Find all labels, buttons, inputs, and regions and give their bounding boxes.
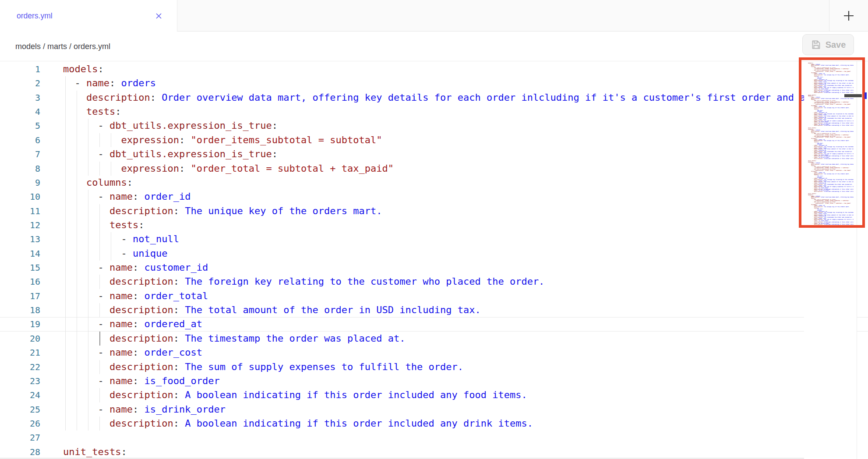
code-text: - name: ordered_at — [63, 317, 202, 331]
code-line[interactable]: 1models: — [0, 62, 868, 76]
code-line[interactable]: 16 description: The foreign key relating… — [0, 275, 868, 289]
code-text: expression: "order_items_subtotal = subt… — [63, 133, 382, 147]
code-text: - name: orders — [63, 76, 156, 90]
code-line[interactable]: 11 description: The unique key of the or… — [0, 204, 868, 218]
plus-icon — [843, 10, 854, 21]
code-text: - name: order_cost — [63, 346, 202, 360]
code-text: - name: is_food_order — [63, 374, 220, 388]
code-text: description: A boolean indicating if thi… — [63, 388, 527, 402]
line-number[interactable]: 22 — [0, 360, 40, 374]
code-text: tests: — [63, 105, 121, 119]
code-line[interactable]: 28unit_tests: — [0, 445, 868, 459]
minimap-line: unit_tests: — [808, 226, 854, 228]
code-text: - dbt_utils.expression_is_true: — [63, 119, 278, 133]
code-line[interactable]: 14 - unique — [0, 247, 868, 261]
code-text: unit_tests: — [63, 445, 127, 459]
code-line[interactable]: 2 - name: orders — [0, 76, 868, 90]
line-number[interactable]: 15 — [0, 261, 40, 275]
code-text: - dbt_utils.expression_is_true: — [63, 147, 278, 161]
code-text: expression: "order_total = subtotal + ta… — [63, 162, 394, 176]
tab-bar: orders.yml — [0, 0, 868, 32]
code-line[interactable]: 20 description: The timestamp the order … — [0, 332, 868, 346]
code-editor[interactable]: 1models:2 - name: orders3 description: O… — [0, 61, 868, 459]
line-number[interactable]: 25 — [0, 403, 40, 417]
close-icon[interactable] — [155, 12, 163, 20]
annotation-blue-tick — [864, 92, 867, 99]
code-text: - unique — [63, 247, 167, 261]
line-number[interactable]: 14 — [0, 247, 40, 261]
code-line[interactable]: 25 - name: is_drink_order — [0, 403, 868, 417]
code-text: description: Order overview data mart, o… — [63, 91, 817, 105]
line-number[interactable]: 28 — [0, 445, 40, 459]
code-line[interactable]: 21 - name: order_cost — [0, 346, 868, 360]
code-text: - not_null — [63, 232, 179, 246]
minimap-line: description: A boolean indicating if thi… — [808, 158, 854, 159]
minimap[interactable]: models: - name: orders description: Orde… — [804, 61, 857, 459]
code-text: - name: order_total — [63, 289, 208, 303]
line-number[interactable]: 1 — [0, 62, 40, 76]
code-line[interactable]: 3 description: Order overview data mart,… — [0, 91, 868, 105]
line-number[interactable]: 18 — [0, 303, 40, 317]
code-line[interactable]: 17 - name: order_total — [0, 289, 868, 303]
line-number[interactable]: 9 — [0, 176, 40, 190]
annotation-dash-handle — [844, 94, 862, 97]
line-number[interactable]: 13 — [0, 232, 40, 246]
line-number[interactable]: 19 — [0, 317, 40, 331]
code-line[interactable]: 19 - name: ordered_at — [0, 317, 868, 331]
code-text: description: A boolean indicating if thi… — [63, 417, 533, 431]
code-line[interactable]: 5 - dbt_utils.expression_is_true: — [0, 119, 868, 133]
line-number[interactable]: 16 — [0, 275, 40, 289]
minimap-line: description: A boolean indicating if thi… — [808, 125, 854, 126]
line-number[interactable]: 3 — [0, 91, 40, 105]
editor-right-border — [857, 61, 857, 459]
new-tab-button[interactable] — [829, 0, 868, 31]
code-line[interactable]: 26 description: A boolean indicating if … — [0, 417, 868, 431]
code-line[interactable]: 23 - name: is_food_order — [0, 374, 868, 388]
save-button[interactable]: Save — [802, 34, 854, 55]
line-number[interactable]: 20 — [0, 332, 40, 346]
line-number[interactable]: 7 — [0, 147, 40, 161]
minimap-content: models: - name: orders description: Orde… — [804, 61, 857, 227]
code-text: description: The timestamp the order was… — [63, 332, 406, 346]
code-line[interactable]: 7 - dbt_utils.expression_is_true: — [0, 147, 868, 161]
line-number[interactable]: 6 — [0, 133, 40, 147]
code-line[interactable]: 4 tests: — [0, 105, 868, 119]
line-number[interactable]: 26 — [0, 417, 40, 431]
line-number[interactable]: 23 — [0, 374, 40, 388]
code-line[interactable]: 15 - name: customer_id — [0, 261, 868, 275]
tab-orders-yml[interactable]: orders.yml — [0, 0, 177, 32]
line-number[interactable]: 27 — [0, 431, 40, 445]
code-line[interactable]: 22 description: The sum of supply expens… — [0, 360, 868, 374]
code-line[interactable]: 13 - not_null — [0, 232, 868, 246]
tab-bar-empty-space — [177, 0, 829, 31]
code-line[interactable]: 10 - name: order_id — [0, 190, 868, 204]
code-line[interactable]: 12 tests: — [0, 218, 868, 232]
line-number[interactable]: 17 — [0, 289, 40, 303]
line-number[interactable]: 11 — [0, 204, 40, 218]
tab-label: orders.yml — [17, 11, 53, 21]
line-number[interactable]: 5 — [0, 119, 40, 133]
minimap-line: description: A boolean indicating if thi… — [808, 191, 854, 192]
code-line[interactable]: 6 expression: "order_items_subtotal = su… — [0, 133, 868, 147]
line-number[interactable]: 24 — [0, 388, 40, 402]
code-line[interactable]: 8 expression: "order_total = subtotal + … — [0, 162, 868, 176]
line-number[interactable]: 2 — [0, 76, 40, 90]
code-text: - name: is_drink_order — [63, 403, 226, 417]
minimap-line: description: A boolean indicating if thi… — [808, 92, 854, 93]
code-text: columns: — [63, 176, 133, 190]
code-line[interactable]: 18 description: The total amount of the … — [0, 303, 868, 317]
minimap-line: description: A boolean indicating if thi… — [808, 224, 854, 225]
line-number[interactable]: 21 — [0, 346, 40, 360]
breadcrumb: models / marts / orders.yml — [15, 42, 110, 51]
code-line[interactable]: 24 description: A boolean indicating if … — [0, 388, 868, 402]
code-rows: 1models:2 - name: orders3 description: O… — [0, 62, 868, 459]
line-number[interactable]: 8 — [0, 162, 40, 176]
code-text: - name: order_id — [63, 190, 191, 204]
code-line[interactable]: 27 — [0, 431, 868, 445]
code-line[interactable]: 9 columns: — [0, 176, 868, 190]
line-number[interactable]: 4 — [0, 105, 40, 119]
breadcrumb-bar: models / marts / orders.yml Save — [0, 32, 868, 61]
line-number[interactable]: 10 — [0, 190, 40, 204]
line-number[interactable]: 12 — [0, 218, 40, 232]
code-text: models: — [63, 62, 104, 76]
